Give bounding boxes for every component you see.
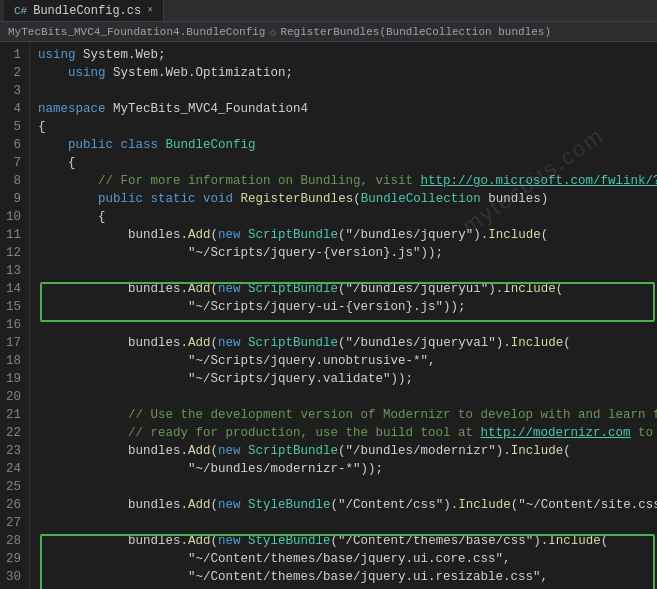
code-line: bundles.Add(new ScriptBundle("/bundles/m… — [38, 442, 657, 460]
code-line: "~/Scripts/jquery-ui-{version}.js")); — [38, 298, 657, 316]
code-line: bundles.Add(new ScriptBundle("/bundles/j… — [38, 280, 657, 298]
code-area: 1234567891011121314151617181920212223242… — [0, 42, 657, 589]
code-line — [38, 514, 657, 532]
code-line — [38, 82, 657, 100]
code-line — [38, 262, 657, 280]
code-line: // For more information on Bundling, vis… — [38, 172, 657, 190]
title-bar: C# BundleConfig.cs × — [0, 0, 657, 22]
code-line: "~/Content/themes/base/jquery.ui.core.cs… — [38, 550, 657, 568]
code-line: public static void RegisterBundles(Bundl… — [38, 190, 657, 208]
code-line — [38, 388, 657, 406]
breadcrumb-left: MyTecBits_MVC4_Foundation4.BundleConfig — [8, 26, 265, 38]
code-line: public class BundleConfig — [38, 136, 657, 154]
close-tab-button[interactable]: × — [147, 5, 153, 16]
breadcrumb-bar: MyTecBits_MVC4_Foundation4.BundleConfig … — [0, 22, 657, 42]
code-line: bundles.Add(new StyleBundle("/Content/cs… — [38, 496, 657, 514]
code-line: // ready for production, use the build t… — [38, 424, 657, 442]
code-line: using System.Web.Optimization; — [38, 64, 657, 82]
file-tab[interactable]: C# BundleConfig.cs × — [4, 0, 164, 21]
code-line: bundles.Add(new StyleBundle("/Content/th… — [38, 532, 657, 550]
code-line: bundles.Add(new ScriptBundle("/bundles/j… — [38, 226, 657, 244]
code-line: // Use the development version of Modern… — [38, 406, 657, 424]
code-line — [38, 316, 657, 334]
code-content[interactable]: using System.Web; using System.Web.Optim… — [30, 42, 657, 589]
tab-label: BundleConfig.cs — [33, 4, 141, 18]
cs-icon: C# — [14, 5, 27, 17]
breadcrumb-right: RegisterBundles(BundleCollection bundles… — [280, 26, 551, 38]
code-line — [38, 478, 657, 496]
code-line: bundles.Add(new ScriptBundle("/bundles/j… — [38, 334, 657, 352]
code-line: "~/bundles/modernizr-*")); — [38, 460, 657, 478]
code-line: "~/Content/themes/base/jquery.ui.resizab… — [38, 568, 657, 586]
line-numbers: 1234567891011121314151617181920212223242… — [0, 42, 30, 589]
code-line: { — [38, 154, 657, 172]
code-line: "~/Scripts/jquery-{version}.js")); — [38, 244, 657, 262]
code-line: { — [38, 208, 657, 226]
code-line: "~/Scripts/jquery.validate")); — [38, 370, 657, 388]
code-line: { — [38, 118, 657, 136]
code-line: namespace MyTecBits_MVC4_Foundation4 — [38, 100, 657, 118]
code-line: "~/Scripts/jquery.unobtrusive-*", — [38, 352, 657, 370]
code-line: using System.Web; — [38, 46, 657, 64]
breadcrumb-separator: ◇ — [269, 25, 276, 39]
